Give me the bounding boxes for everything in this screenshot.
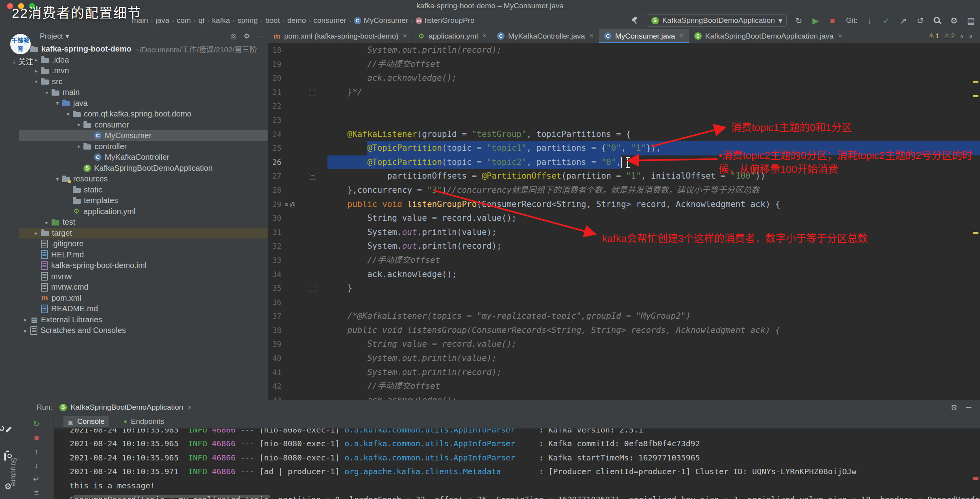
project-tree-item[interactable]: ▾resources xyxy=(19,174,268,185)
code-line[interactable]: 30 String value = record.value(); xyxy=(268,211,980,225)
recorder-stop-button[interactable] xyxy=(4,468,7,475)
breadcrumb-item-kafka[interactable]: kafka xyxy=(212,16,230,25)
code-line[interactable]: 37 /*@KafkaListener(topics = "my-replica… xyxy=(268,309,980,323)
code-line[interactable]: 39 String value = record.value(); xyxy=(268,337,980,351)
project-tree-item[interactable]: ▾main xyxy=(19,87,268,98)
fold-marker-icon[interactable]: − xyxy=(309,285,316,292)
git-push-button[interactable] xyxy=(898,15,908,26)
fold-marker-icon[interactable]: − xyxy=(309,173,316,180)
project-tree-item[interactable]: ▾consumer xyxy=(19,120,268,131)
tree-expand-arrow[interactable]: ▾ xyxy=(74,122,83,128)
project-view-selector[interactable]: Project xyxy=(40,31,69,41)
select-opened-file-button[interactable] xyxy=(230,32,237,41)
git-commit-button[interactable] xyxy=(881,15,891,26)
editor-tab[interactable]: MyConsumer.java× xyxy=(599,29,689,43)
project-tree-item[interactable]: ▸External Libraries xyxy=(19,314,268,325)
editor-tab[interactable]: KafkaSpringBootDemoApplication.java× xyxy=(689,29,848,43)
project-tree-item[interactable]: pom.xml xyxy=(19,293,268,304)
project-tree-item[interactable]: MyKafkaController xyxy=(19,152,268,163)
tree-expand-arrow[interactable]: ▾ xyxy=(74,143,83,150)
search-everywhere-button[interactable] xyxy=(932,15,942,26)
project-tree-item[interactable]: ▸.mvn xyxy=(19,65,268,76)
breadcrumb-item-qf[interactable]: qf xyxy=(198,16,205,25)
next-occurrence-button[interactable] xyxy=(31,459,43,471)
project-tree-item[interactable]: ▸Scratches and Consoles xyxy=(19,325,268,336)
breadcrumb-item-spring[interactable]: spring xyxy=(237,16,258,25)
code-line[interactable]: 35− } xyxy=(268,281,980,296)
editor-tab[interactable]: MyKafkaController.java× xyxy=(492,29,599,43)
scroll-to-end-button[interactable] xyxy=(31,487,43,499)
minimize-panel-button[interactable] xyxy=(966,403,971,412)
close-tab-icon[interactable]: × xyxy=(679,32,684,40)
tab-console[interactable]: Console xyxy=(63,416,109,427)
project-tree-item[interactable]: ▾java xyxy=(19,98,268,109)
recorder-record-button[interactable] xyxy=(4,439,7,446)
run-button[interactable] xyxy=(810,15,821,26)
code-line[interactable]: 28 },concurrency = "3")//concurrency就是同组… xyxy=(268,183,980,198)
tree-expand-arrow[interactable]: ▾ xyxy=(31,78,41,85)
tree-expand-arrow[interactable]: ▸ xyxy=(31,68,41,74)
breadcrumb-item-boot[interactable]: boot xyxy=(265,16,280,25)
code-line[interactable]: 20 ack.acknowledge(); xyxy=(268,71,980,85)
soft-wrap-button[interactable] xyxy=(31,473,43,485)
git-update-button[interactable] xyxy=(864,15,875,26)
breadcrumb-item-MyConsumer[interactable]: MyConsumer xyxy=(354,16,408,25)
breadcrumb-item-consumer[interactable]: consumer xyxy=(314,16,346,25)
project-tree-item[interactable]: HELP.md xyxy=(19,250,268,261)
recorder-settings-button[interactable] xyxy=(4,482,12,491)
tree-expand-arrow[interactable]: ▸ xyxy=(21,316,30,323)
code-line[interactable]: 19 //手动提交offset xyxy=(268,57,980,72)
editor-tab[interactable]: pom.xml (kafka-spring-boot-demo)× xyxy=(268,29,412,43)
code-line[interactable]: 24 @KafkaListener(groupId = "testGroup",… xyxy=(268,128,980,142)
follow-button[interactable]: + 关注 xyxy=(12,56,33,67)
project-tree-item[interactable]: MyConsumer xyxy=(19,130,268,141)
stop-process-button[interactable] xyxy=(31,432,43,444)
stop-button[interactable] xyxy=(827,15,838,26)
project-tree-item[interactable]: ▸test xyxy=(19,217,268,228)
close-tab-icon[interactable]: × xyxy=(589,32,594,40)
settings-button[interactable] xyxy=(949,15,959,26)
project-tree-item[interactable]: ▸target xyxy=(19,228,268,239)
project-tree-item[interactable]: kafka-spring-boot-demo.iml xyxy=(19,260,268,271)
git-rollback-button[interactable] xyxy=(915,15,925,26)
code-editor[interactable]: 18 System.out.println(record);19 //手动提交o… xyxy=(268,43,980,400)
scrollbar-warning-mark[interactable] xyxy=(973,81,978,83)
project-tree-item[interactable]: mvnw xyxy=(19,271,268,282)
scrollbar-warning-mark[interactable] xyxy=(973,232,978,234)
project-tree-item[interactable]: mvnw.cmd xyxy=(19,282,268,293)
prev-problem-button[interactable] xyxy=(960,33,964,40)
code-line[interactable]: 42 //手动提交offset xyxy=(268,379,980,394)
close-tab-icon[interactable]: × xyxy=(838,32,842,40)
code-line[interactable]: 43 ack.acknowledge(); xyxy=(268,394,980,400)
code-line[interactable]: 41 System.out.println(record); xyxy=(268,366,980,380)
breadcrumb-item-demo[interactable]: demo xyxy=(287,16,306,25)
breadcrumb-item-listenGroupPro[interactable]: listenGroupPro xyxy=(416,16,475,25)
gutter-annotation-icons[interactable]: ≡ @ xyxy=(285,198,296,212)
close-run-tab-icon[interactable]: × xyxy=(187,403,192,412)
next-problem-button[interactable] xyxy=(969,33,973,40)
run-configuration-tab[interactable]: KafkaSpringBootDemoApplication × xyxy=(59,403,192,412)
rerun-application-button[interactable] xyxy=(793,15,804,26)
code-line[interactable]: 22 xyxy=(268,99,980,113)
project-tree-item[interactable]: templates xyxy=(19,195,268,206)
project-tree-item[interactable]: ▾controller xyxy=(19,141,268,152)
tree-expand-arrow[interactable]: ▾ xyxy=(53,176,62,182)
tree-expand-arrow[interactable]: ▾ xyxy=(53,100,62,106)
project-tree-item[interactable]: application.yml xyxy=(19,206,268,217)
code-line[interactable]: 18 System.out.println(record); xyxy=(268,43,980,57)
run-settings-button[interactable] xyxy=(950,403,957,412)
breadcrumb-item-java[interactable]: java xyxy=(155,16,169,25)
project-tree-item[interactable]: ▸.idea xyxy=(19,55,268,66)
project-tree-item[interactable]: ▾com.qf.kafka.spring.boot.demo xyxy=(19,109,268,120)
project-tree-item[interactable]: static xyxy=(19,185,268,196)
recorder-camera-button[interactable] xyxy=(4,453,6,460)
project-settings-button[interactable] xyxy=(244,32,250,41)
code-line[interactable]: 29≡ @ public void listenGroupPro(Consume… xyxy=(268,198,980,212)
code-line[interactable]: 33 //手动提交offset xyxy=(268,253,980,268)
project-tree-item[interactable]: .gitignore xyxy=(19,238,268,250)
tree-expand-arrow[interactable]: ▾ xyxy=(63,111,73,117)
horizontal-scrollbar-thumb[interactable] xyxy=(74,495,270,498)
scrollbar-warning-mark[interactable] xyxy=(973,95,978,97)
project-tree-item[interactable]: ▾kafka-spring-boot-demo~/Documents/工作/授课… xyxy=(19,44,268,55)
prev-occurrence-button[interactable] xyxy=(31,445,43,457)
